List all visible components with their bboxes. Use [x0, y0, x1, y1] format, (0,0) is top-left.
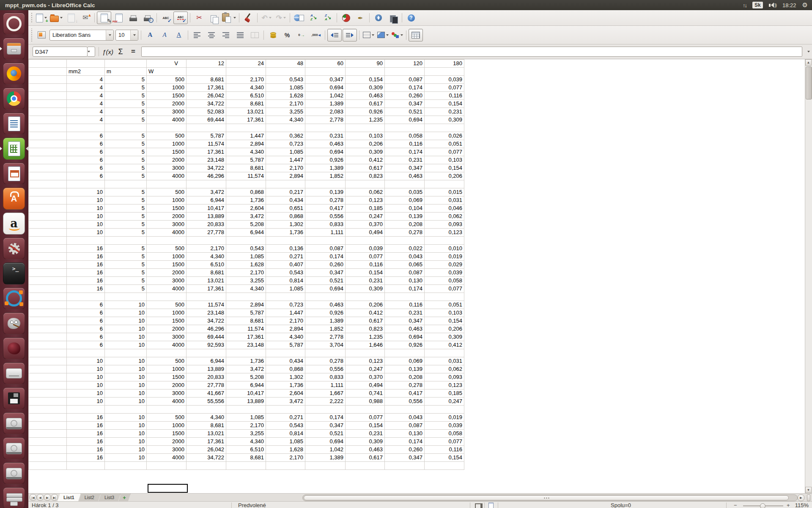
- launcher-item-hard-disk-2[interactable]: [3, 437, 25, 459]
- font-name-combo[interactable]: Liberation Sans: [49, 30, 114, 41]
- launcher-item-terminal[interactable]: >_: [3, 262, 25, 284]
- cell[interactable]: [29, 365, 67, 373]
- cell[interactable]: 2,083: [305, 108, 346, 116]
- cell[interactable]: 2,170: [266, 100, 305, 108]
- merge-cells-button[interactable]: [248, 29, 261, 41]
- cell[interactable]: [29, 60, 67, 68]
- cell[interactable]: 0,278: [305, 357, 346, 365]
- cell[interactable]: 0,412: [346, 156, 385, 164]
- cell[interactable]: 1,085: [266, 285, 305, 293]
- cell[interactable]: [346, 349, 385, 357]
- cell[interactable]: m: [105, 68, 147, 76]
- cut-button[interactable]: ✂: [192, 12, 206, 24]
- cell[interactable]: [346, 462, 385, 470]
- sound-icon[interactable]: )): [769, 3, 776, 8]
- cell[interactable]: 6,510: [226, 446, 266, 454]
- cell[interactable]: [29, 237, 67, 245]
- cell[interactable]: [29, 430, 67, 438]
- cell[interactable]: [226, 406, 266, 414]
- cell[interactable]: [29, 438, 67, 446]
- cell[interactable]: 10: [105, 341, 147, 349]
- cell[interactable]: 0,543: [266, 269, 305, 277]
- cell[interactable]: 0,185: [346, 204, 385, 213]
- cell[interactable]: 1,736: [266, 381, 305, 389]
- cell[interactable]: 0,206: [346, 140, 385, 148]
- cell[interactable]: [29, 414, 67, 422]
- cell[interactable]: 1,646: [346, 341, 385, 349]
- cell[interactable]: [346, 180, 385, 188]
- cell[interactable]: 0,154: [346, 269, 385, 277]
- cell[interactable]: [385, 462, 425, 470]
- cell[interactable]: 0,260: [385, 446, 425, 454]
- cell[interactable]: 12: [187, 60, 226, 68]
- cell[interactable]: 0,206: [425, 325, 464, 333]
- cell[interactable]: [67, 60, 105, 68]
- sheet-tab-list2[interactable]: List2: [79, 494, 101, 501]
- cell[interactable]: 3000: [147, 221, 187, 229]
- chevron-down-icon[interactable]: [386, 34, 389, 36]
- cell[interactable]: 5: [105, 132, 147, 140]
- cell[interactable]: 0,543: [266, 76, 305, 84]
- cell[interactable]: 5: [105, 164, 147, 172]
- align-right-button[interactable]: [219, 29, 233, 41]
- cell[interactable]: 0,208: [385, 221, 425, 229]
- cell[interactable]: 6: [67, 132, 105, 140]
- cell[interactable]: 13,889: [187, 213, 226, 221]
- cell[interactable]: 8,681: [226, 317, 266, 325]
- cell[interactable]: [105, 237, 147, 245]
- cell[interactable]: 0,723: [266, 301, 305, 309]
- cell[interactable]: 1,042: [305, 92, 346, 100]
- cell[interactable]: 20,833: [187, 221, 226, 229]
- cell[interactable]: 4000: [147, 285, 187, 293]
- cell[interactable]: 34,722: [187, 100, 226, 108]
- previous-sheet-button[interactable]: ◀: [37, 494, 44, 501]
- cell[interactable]: 13,021: [226, 108, 266, 116]
- cell[interactable]: [425, 406, 464, 414]
- cell[interactable]: 0,231: [346, 277, 385, 285]
- cell[interactable]: 0,035: [385, 188, 425, 196]
- bold-button[interactable]: A: [143, 29, 157, 41]
- cell[interactable]: 1000: [147, 365, 187, 373]
- cell[interactable]: 0,077: [346, 253, 385, 261]
- cell[interactable]: 1,736: [226, 357, 266, 365]
- delete-decimal-button[interactable]: 0→: [295, 29, 308, 41]
- cell[interactable]: 0,617: [346, 317, 385, 325]
- cell[interactable]: 4,340: [226, 84, 266, 92]
- selection-mode-icon[interactable]: [475, 503, 483, 508]
- cell[interactable]: [67, 293, 105, 301]
- cell[interactable]: 0,556: [305, 213, 346, 221]
- cell[interactable]: [29, 253, 67, 261]
- cell[interactable]: 500: [147, 76, 187, 84]
- cell[interactable]: 0,123: [346, 357, 385, 365]
- page-style[interactable]: Predvolené: [238, 502, 266, 508]
- cell[interactable]: 11,574: [187, 140, 226, 148]
- cell[interactable]: 0,521: [305, 430, 346, 438]
- function-wizard-button[interactable]: ƒ(x): [102, 47, 114, 57]
- cell[interactable]: 0,651: [266, 204, 305, 213]
- cell[interactable]: 10: [105, 365, 147, 373]
- sort-ascending-button[interactable]: AZ↘: [307, 12, 320, 24]
- auto-spellcheck-button[interactable]: ABC✓: [173, 11, 188, 24]
- cell[interactable]: [29, 221, 67, 229]
- cell[interactable]: 17,361: [187, 438, 226, 446]
- cell[interactable]: 5: [105, 84, 147, 92]
- launcher-item-dash-home[interactable]: [3, 13, 25, 35]
- cell[interactable]: 5: [105, 116, 147, 124]
- cell[interactable]: [226, 180, 266, 188]
- cell[interactable]: 0,434: [266, 196, 305, 204]
- cell[interactable]: 0,926: [305, 156, 346, 164]
- cell[interactable]: 0,271: [266, 414, 305, 422]
- paste-button[interactable]: [221, 12, 237, 24]
- cell[interactable]: 13,021: [187, 430, 226, 438]
- cell[interactable]: 0,926: [385, 341, 425, 349]
- cell[interactable]: 0,347: [385, 454, 425, 462]
- cell[interactable]: 0,039: [425, 76, 464, 84]
- cell[interactable]: 0,694: [305, 84, 346, 92]
- cell[interactable]: 0,104: [385, 204, 425, 213]
- cell[interactable]: 4: [67, 108, 105, 116]
- show-draw-functions-button[interactable]: ✒: [354, 12, 367, 24]
- cell[interactable]: 16: [67, 253, 105, 261]
- cell[interactable]: 17,361: [187, 84, 226, 92]
- cell[interactable]: 5,208: [226, 373, 266, 381]
- cell[interactable]: 17,361: [226, 116, 266, 124]
